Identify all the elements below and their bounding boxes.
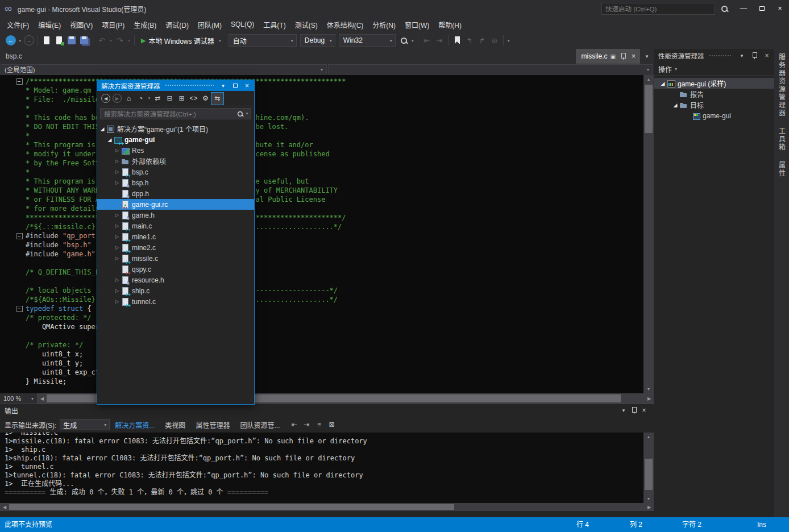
tree-item[interactable]: ▷resource.h: [97, 275, 254, 285]
tree-item[interactable]: ▷bsp.h: [97, 177, 254, 188]
active-files-dropdown-icon[interactable]: ▾: [640, 53, 654, 59]
redo-caret-icon[interactable]: ▾: [126, 38, 132, 43]
window-position-icon[interactable]: ▾: [737, 49, 747, 63]
solution-platform-dropdown[interactable]: Win32 ▾: [339, 34, 396, 47]
pin-icon[interactable]: [749, 49, 759, 63]
pin-tab-icon[interactable]: [618, 52, 628, 61]
scroll-left-icon[interactable]: ◀: [38, 393, 47, 404]
close-output-icon[interactable]: ×: [639, 404, 649, 417]
back-icon[interactable]: ◀: [101, 94, 110, 103]
save-all-icon[interactable]: [78, 34, 90, 47]
redo-icon[interactable]: ↷: [114, 34, 126, 47]
tree-item[interactable]: ▷main.c: [97, 221, 254, 231]
scroll-left-icon[interactable]: ◀: [0, 503, 9, 511]
output-vertical-scrollbar[interactable]: ▴ ▾: [643, 433, 654, 503]
drag-grip[interactable]: [165, 84, 214, 87]
tree-collapsed-icon[interactable]: ▷: [113, 169, 121, 174]
menu-item[interactable]: 编辑(E): [34, 18, 65, 31]
autohide-tab[interactable]: 属性: [777, 161, 787, 177]
menu-item[interactable]: 窗口(W): [400, 18, 434, 31]
tree-item[interactable]: game-gui: [654, 110, 774, 121]
tool-window-tab[interactable]: 类视图: [160, 417, 190, 433]
scrollbar-track[interactable]: [643, 84, 654, 385]
navigate-backward-icon[interactable]: ←: [5, 34, 17, 47]
forward-icon[interactable]: ▶: [113, 94, 122, 103]
menu-item[interactable]: 项目(P): [97, 18, 129, 31]
tree-item[interactable]: dpp.h: [97, 188, 254, 199]
scrollbar-thumb[interactable]: [9, 504, 454, 510]
fold-marker-icon[interactable]: [16, 231, 26, 240]
close-button[interactable]: ×: [771, 2, 789, 15]
menu-item[interactable]: SQL(Q): [226, 18, 259, 31]
tool-window-tab[interactable]: 团队资源管...: [235, 417, 285, 433]
menu-item[interactable]: 测试(S): [290, 18, 322, 31]
tool-window-tab[interactable]: 属性管理器: [190, 417, 235, 433]
tree-item[interactable]: qspy.c: [97, 264, 254, 275]
menu-item[interactable]: 文件(F): [2, 18, 34, 31]
word-wrap-icon[interactable]: ≡: [313, 419, 325, 430]
quick-launch-input[interactable]: 快速启动 (Ctrl+Q): [601, 3, 715, 15]
close-panel-icon[interactable]: ×: [242, 81, 252, 90]
sync-with-active-document-icon[interactable]: ⇆: [211, 93, 223, 105]
tree-item[interactable]: ◢解决方案“game-gui”(1 个项目): [97, 123, 254, 134]
maximize-panel-icon[interactable]: [230, 81, 240, 90]
undo-caret-icon[interactable]: ▾: [108, 38, 114, 43]
output-source-dropdown[interactable]: 生成 ▾: [60, 419, 110, 430]
sync-view-icon[interactable]: ⇄: [152, 93, 164, 105]
tree-item[interactable]: ▷Res: [97, 145, 254, 156]
window-position-icon[interactable]: ▾: [218, 81, 228, 90]
tree-collapsed-icon[interactable]: ▷: [113, 234, 121, 239]
tree-item[interactable]: 报告: [654, 89, 774, 99]
new-file-icon[interactable]: [40, 34, 53, 47]
auto-dropdown[interactable]: 自动 ▾: [229, 34, 297, 47]
solution-configuration-dropdown[interactable]: Debug ▾: [300, 34, 335, 47]
collapse-all-icon[interactable]: ⊟: [164, 93, 176, 105]
home-icon[interactable]: ⌂: [123, 93, 135, 105]
scroll-up-icon[interactable]: ▴: [643, 433, 654, 441]
scroll-right-icon[interactable]: ▶: [645, 503, 654, 511]
scroll-down-icon[interactable]: ▾: [643, 385, 654, 393]
tree-collapsed-icon[interactable]: ▷: [113, 213, 121, 218]
add-item-icon[interactable]: [53, 34, 65, 47]
close-tab-icon[interactable]: ×: [630, 52, 637, 60]
search-icon[interactable]: [236, 110, 244, 118]
show-all-files-icon[interactable]: ⊞: [176, 93, 188, 105]
save-icon[interactable]: [65, 34, 78, 47]
tool-window-tab[interactable]: 解决方案资...: [110, 417, 160, 433]
tree-collapsed-icon[interactable]: ▷: [113, 148, 121, 153]
close-panel-icon[interactable]: ×: [762, 49, 772, 63]
output-horizontal-scrollbar[interactable]: ◀ ▶: [0, 503, 654, 511]
start-debug-button[interactable]: ▶ 本地 Windows 调试器 ▾: [137, 34, 227, 47]
tree-collapsed-icon[interactable]: ▷: [113, 299, 121, 304]
clear-all-icon[interactable]: ⊠: [326, 419, 337, 430]
tree-expanded-icon[interactable]: ◢: [98, 126, 106, 132]
navigate-backward-caret-icon[interactable]: ▾: [17, 38, 23, 43]
tree-expanded-icon[interactable]: ◢: [671, 102, 679, 108]
scrollbar-thumb[interactable]: [645, 85, 653, 133]
scrollbar-track[interactable]: [643, 441, 654, 494]
previous-message-icon[interactable]: ⇤: [288, 419, 300, 430]
menu-item[interactable]: 分析(N): [368, 18, 400, 31]
solution-search-input[interactable]: 搜索解决方案资源管理器(Ctrl+;) ▾: [100, 108, 251, 119]
find-caret-icon[interactable]: ▾: [410, 38, 416, 43]
previous-bookmark-icon[interactable]: ↰: [463, 34, 476, 47]
scope-dropdown[interactable]: (全局范围) ▾: [1, 64, 327, 74]
tab-bsp-c[interactable]: bsp.c: [0, 49, 28, 64]
tree-item[interactable]: ▷bsp.c: [97, 167, 254, 177]
menu-item[interactable]: 调试(D): [161, 18, 193, 31]
find-in-files-icon[interactable]: [397, 34, 410, 47]
tree-collapsed-icon[interactable]: ▷: [113, 288, 121, 293]
menu-item[interactable]: 生成(B): [129, 18, 161, 31]
scrollbar-track[interactable]: [9, 503, 645, 511]
menu-item[interactable]: 视图(V): [65, 18, 97, 31]
tree-collapsed-icon[interactable]: ▷: [113, 159, 121, 164]
tree-item[interactable]: ◢game-gui: [97, 134, 254, 145]
toggle-bookmark-icon[interactable]: [451, 34, 463, 47]
solution-explorer-titlebar[interactable]: 解决方案资源管理器 ▾ ×: [97, 80, 254, 91]
tree-collapsed-icon[interactable]: ▷: [113, 277, 121, 282]
tree-item[interactable]: game-gui.rc: [97, 199, 254, 210]
maximize-button[interactable]: [753, 2, 771, 15]
navigate-forward-icon[interactable]: →: [23, 34, 35, 47]
menu-item[interactable]: 帮助(H): [434, 18, 466, 31]
tree-item[interactable]: ◢game-gui (采样): [654, 78, 774, 89]
